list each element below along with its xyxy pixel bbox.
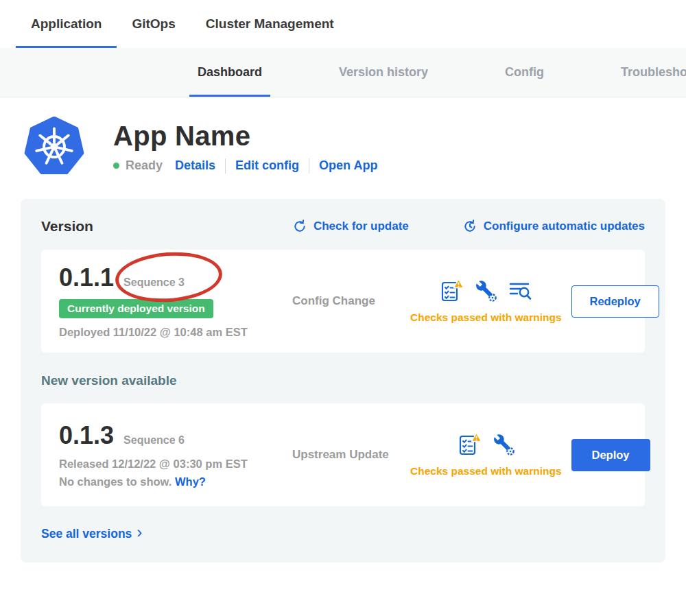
chevron-right-icon: › <box>137 524 142 541</box>
tab-cluster-management-label: Cluster Management <box>206 16 334 32</box>
check-for-update-button[interactable]: Check for update <box>292 219 409 234</box>
tab-application[interactable]: Application <box>16 0 117 48</box>
current-version-type: Config Change <box>292 294 410 308</box>
auto-update-clock-icon <box>462 219 477 234</box>
current-version-card: 0.1.1 Sequence 3 Currently deployed vers… <box>41 250 645 353</box>
released-timestamp: Released 12/12/22 @ 03:30 pm EST <box>59 458 287 471</box>
current-version-number: 0.1.1 <box>59 263 114 292</box>
see-all-versions-link[interactable]: See all versions › <box>41 525 142 542</box>
tab-version-history-label: Version history <box>339 65 428 80</box>
tab-config-label: Config <box>505 65 544 80</box>
admin-console-page: Application GitOps Cluster Management Da… <box>0 0 686 616</box>
tab-troubleshoot-label: Troubleshoot <box>621 65 686 80</box>
divider <box>309 158 309 174</box>
edit-config-link[interactable]: Edit config <box>235 158 299 173</box>
release-notes-search-icon[interactable] <box>508 279 532 303</box>
version-panel: Version Check for update Configure au <box>21 199 665 562</box>
tab-config[interactable]: Config <box>497 48 552 97</box>
kubernetes-logo-icon <box>24 117 84 177</box>
next-version-number: 0.1.3 <box>59 421 114 450</box>
app-header: App Name Ready Details Edit config Open … <box>24 117 686 177</box>
sub-nav: Dashboard Version history Config Trouble… <box>0 48 686 97</box>
new-version-available-heading: New version available <box>41 373 645 388</box>
current-checks-status: Checks passed with warnings <box>410 311 562 324</box>
current-version-sequence: Sequence 3 <box>123 276 185 289</box>
tab-gitops-label: GitOps <box>132 16 175 32</box>
tab-dashboard[interactable]: Dashboard <box>189 48 270 97</box>
page-title: App Name <box>113 121 377 152</box>
status-dot-icon <box>113 163 119 169</box>
configure-automatic-updates-label: Configure automatic updates <box>484 220 645 233</box>
tab-troubleshoot[interactable]: Troubleshoot <box>613 48 686 97</box>
redeploy-button[interactable]: Redeploy <box>571 285 659 318</box>
tab-cluster-management[interactable]: Cluster Management <box>191 0 349 48</box>
top-nav: Application GitOps Cluster Management <box>0 0 686 48</box>
next-version-sequence: Sequence 6 <box>123 434 185 447</box>
tab-application-label: Application <box>31 16 102 32</box>
tab-version-history[interactable]: Version history <box>331 48 436 97</box>
configure-automatic-updates-button[interactable]: Configure automatic updates <box>462 219 645 234</box>
divider <box>225 158 226 174</box>
no-changes-text: No changes to show. <box>59 475 172 488</box>
tab-dashboard-label: Dashboard <box>198 65 262 80</box>
why-link[interactable]: Why? <box>175 475 206 488</box>
status-badge: Ready <box>126 158 163 173</box>
next-version-type: Upstream Update <box>292 448 410 462</box>
open-app-link[interactable]: Open App <box>319 158 377 173</box>
config-wrench-gear-icon[interactable] <box>474 279 497 303</box>
next-checks-status: Checks passed with warnings <box>410 465 562 477</box>
details-link[interactable]: Details <box>175 158 215 173</box>
tab-gitops[interactable]: GitOps <box>117 0 190 48</box>
preflight-checks-warning-icon[interactable] <box>457 432 482 457</box>
deploy-button[interactable]: Deploy <box>571 439 650 471</box>
preflight-checks-warning-icon[interactable] <box>439 279 464 303</box>
config-wrench-gear-icon[interactable] <box>492 433 515 456</box>
version-section-title: Version <box>41 218 93 235</box>
new-version-card: 0.1.3 Sequence 6 Released 12/12/22 @ 03:… <box>41 403 645 506</box>
refresh-icon <box>292 219 307 234</box>
deployed-timestamp: Deployed 11/10/22 @ 10:48 am EST <box>59 326 287 339</box>
check-for-update-label: Check for update <box>314 220 409 233</box>
see-all-versions-label: See all versions <box>41 527 132 541</box>
currently-deployed-badge: Currently deployed version <box>59 299 213 318</box>
